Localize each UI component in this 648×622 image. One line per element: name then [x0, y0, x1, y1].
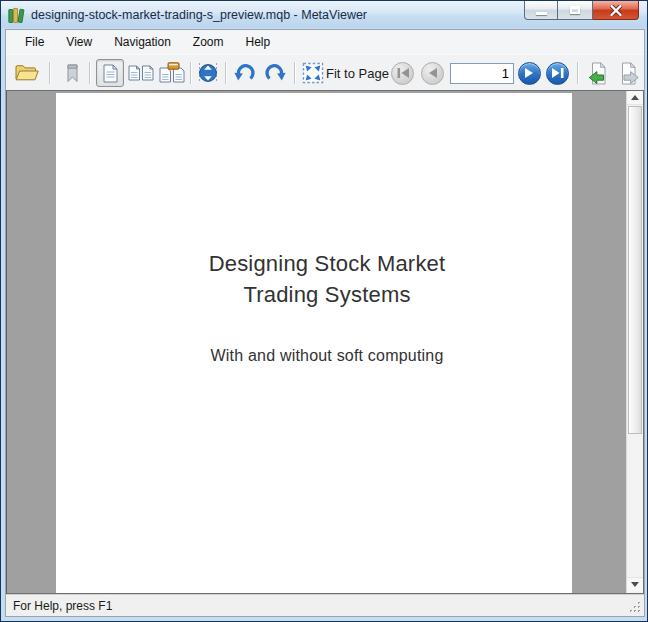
toolbar-separator: [49, 62, 50, 84]
toolbar-separator: [190, 62, 191, 84]
close-icon: [610, 5, 622, 16]
bookmark-icon: [66, 64, 79, 83]
book-view-button[interactable]: [158, 59, 186, 87]
document-title: Designing Stock Market Trading Systems: [82, 248, 572, 310]
single-page-view-button[interactable]: [96, 59, 124, 87]
open-button[interactable]: [13, 59, 41, 87]
rotate-left-button[interactable]: [231, 59, 259, 87]
book-view-icon: [159, 62, 185, 84]
first-page-icon: [397, 68, 409, 78]
toolbar-separator: [225, 62, 226, 84]
maximize-icon: [570, 6, 580, 14]
continuous-icon: [195, 62, 221, 84]
forward-button[interactable]: [616, 59, 644, 87]
document-title-line1: Designing Stock Market: [82, 248, 572, 279]
forward-icon: [619, 62, 641, 85]
facing-pages-view-button[interactable]: [127, 59, 155, 87]
window-controls: [524, 1, 639, 20]
scroll-down-button[interactable]: [627, 577, 643, 591]
fit-to-page-label: Fit to Page: [326, 66, 389, 81]
content-area: Designing Stock Market Trading Systems W…: [6, 90, 644, 594]
rotate-left-icon: [232, 63, 258, 84]
scroll-up-button[interactable]: [627, 91, 643, 105]
minimize-button[interactable]: [524, 1, 558, 20]
rotate-right-icon: [262, 63, 288, 84]
first-page-button[interactable]: [391, 59, 414, 87]
titlebar: designing-stock-market-trading-s_preview…: [1, 1, 647, 28]
scroll-down-icon: [631, 582, 639, 587]
toolbar-separator: [89, 62, 90, 84]
next-page-icon: [525, 68, 534, 78]
menubar: File View Navigation Zoom Help: [6, 30, 644, 54]
open-folder-icon: [15, 64, 39, 82]
facing-pages-icon: [128, 64, 154, 82]
status-help-text: For Help, press F1: [6, 599, 112, 613]
resize-grip-icon[interactable]: [629, 601, 642, 614]
single-page-icon: [103, 64, 118, 83]
toolbar-separator: [294, 62, 295, 84]
app-frame: File View Navigation Zoom Help: [5, 29, 645, 617]
menu-file[interactable]: File: [16, 32, 53, 52]
document-viewer[interactable]: Designing Stock Market Trading Systems W…: [7, 91, 626, 593]
fit-to-page-label-wrap: Fit to Page: [326, 59, 389, 87]
page-number-wrap: [450, 59, 514, 87]
previous-page-button[interactable]: [421, 59, 444, 87]
back-icon: [587, 62, 609, 85]
toolbar-separator: [577, 62, 578, 84]
last-page-icon: [552, 68, 564, 78]
menu-zoom[interactable]: Zoom: [184, 32, 233, 52]
fit-page-icon: [302, 62, 324, 84]
bookmarks-button[interactable]: [58, 59, 86, 87]
statusbar: For Help, press F1: [6, 594, 644, 616]
metaviewer-window: designing-stock-market-trading-s_preview…: [0, 0, 648, 622]
continuous-scroll-button[interactable]: [194, 59, 222, 87]
window-title: designing-stock-market-trading-s_preview…: [31, 8, 367, 22]
menu-navigation[interactable]: Navigation: [105, 32, 180, 52]
maximize-button[interactable]: [558, 1, 593, 20]
back-button[interactable]: [584, 59, 612, 87]
app-icon: [8, 7, 25, 23]
document-subtitle: With and without soft computing: [82, 347, 572, 365]
fit-to-page-button[interactable]: [299, 59, 327, 87]
previous-page-icon: [428, 68, 437, 78]
menu-view[interactable]: View: [57, 32, 101, 52]
scroll-up-icon: [631, 95, 639, 100]
toolbar: Fit to Page: [6, 54, 644, 90]
document-title-line2: Trading Systems: [82, 279, 572, 310]
menu-help[interactable]: Help: [237, 32, 280, 52]
page-number-input[interactable]: [450, 63, 514, 84]
vertical-scrollbar[interactable]: [626, 91, 643, 593]
rotate-right-button[interactable]: [261, 59, 289, 87]
next-page-button[interactable]: [518, 59, 541, 87]
scrollbar-thumb[interactable]: [628, 106, 642, 434]
close-button[interactable]: [593, 1, 639, 20]
document-page: Designing Stock Market Trading Systems W…: [56, 93, 572, 593]
minimize-icon: [536, 12, 547, 15]
last-page-button[interactable]: [546, 59, 569, 87]
